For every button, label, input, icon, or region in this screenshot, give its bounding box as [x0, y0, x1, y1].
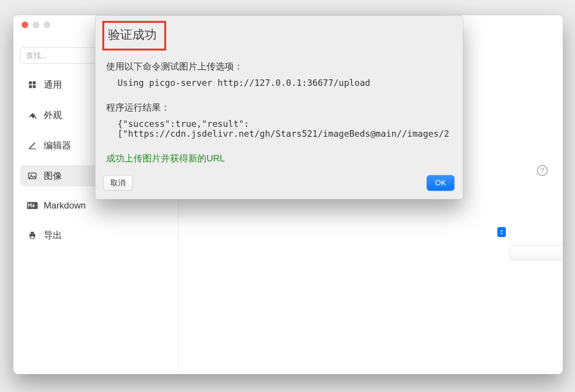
ok-button[interactable]: OK	[427, 175, 454, 191]
validation-result-dialog: 验证成功 使用以下命令测试图片上传选项： Using picgo-server …	[95, 15, 463, 199]
markdown-icon	[27, 200, 38, 211]
sidebar-item-export[interactable]: 导出	[20, 224, 172, 246]
image-icon	[27, 171, 38, 181]
help-icon[interactable]: ?	[537, 165, 548, 176]
zoom-window-button[interactable]	[44, 22, 50, 28]
sidebar-item-label: 编辑器	[44, 139, 71, 152]
svg-rect-0	[29, 81, 32, 84]
print-icon	[27, 230, 38, 240]
sidebar-item-label: 外观	[44, 109, 62, 121]
svg-point-4	[35, 117, 37, 119]
svg-rect-10	[31, 236, 34, 239]
minimize-window-button[interactable]	[33, 22, 39, 28]
close-window-button[interactable]	[22, 22, 28, 28]
sidebar-item-label: Markdown	[44, 200, 86, 211]
dialog-result-label: 程序运行结果：	[106, 101, 452, 114]
pencil-icon	[27, 140, 38, 151]
svg-rect-3	[33, 85, 36, 88]
grid-icon	[27, 79, 38, 90]
dialog-result-json: {"success":true,"result": ["https://cdn.…	[106, 119, 452, 139]
sidebar-item-label: 导出	[44, 229, 62, 241]
svg-rect-2	[29, 85, 32, 88]
obscured-button-outline	[510, 245, 563, 260]
sidebar-item-label: 图像	[44, 170, 62, 182]
dialog-title-highlighted: 验证成功	[102, 21, 166, 51]
paint-bucket-icon	[27, 110, 38, 120]
svg-rect-1	[33, 81, 36, 84]
dropdown-arrows-icon[interactable]	[497, 227, 506, 237]
dialog-test-command-label: 使用以下命令测试图片上传选项：	[106, 60, 452, 73]
dialog-success-message: 成功上传图片并获得新的URL	[106, 152, 452, 164]
cancel-button[interactable]: 取消	[103, 175, 133, 191]
svg-rect-9	[31, 232, 34, 234]
dialog-command-text: Using picgo-server http://127.0.0.1:3667…	[106, 78, 452, 88]
sidebar-item-label: 通用	[44, 79, 62, 91]
